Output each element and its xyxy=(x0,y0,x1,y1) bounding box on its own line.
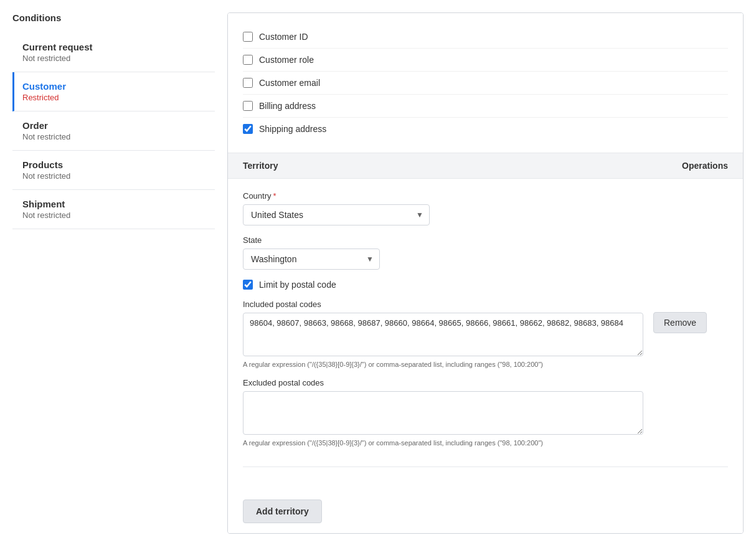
sidebar-item-name: Shipment xyxy=(22,199,205,209)
shipping-address-checkbox[interactable] xyxy=(243,124,253,134)
country-field-group: Country * United States Canada United Ki… xyxy=(243,191,728,225)
sidebar-item-name: Products xyxy=(22,159,205,170)
country-select-wrapper: United States Canada United Kingdom Aust… xyxy=(243,204,430,225)
right-panel: Customer ID Customer role Customer email… xyxy=(227,12,744,534)
territory-section: Territory Operations Country * United St… xyxy=(228,153,743,533)
state-select[interactable]: Washington California Texas New York Flo… xyxy=(243,249,380,270)
customer-id-label: Customer ID xyxy=(259,32,308,42)
sidebar-item-shipment[interactable]: Shipment Not restricted xyxy=(12,190,215,229)
operations-label: Operations xyxy=(682,161,728,171)
checkbox-row-billing-address: Billing address xyxy=(243,95,728,118)
excluded-postal-label: Excluded postal codes xyxy=(243,378,643,387)
checkboxes-section: Customer ID Customer role Customer email… xyxy=(228,13,743,153)
limit-by-postal-row: Limit by postal code xyxy=(243,280,728,290)
billing-address-checkbox[interactable] xyxy=(243,101,253,111)
sidebar-item-customer[interactable]: Customer Restricted xyxy=(12,72,215,111)
territory-body: Country * United States Canada United Ki… xyxy=(228,179,743,490)
add-territory-button[interactable]: Add territory xyxy=(243,500,322,523)
sidebar-item-products[interactable]: Products Not restricted xyxy=(12,151,215,190)
state-field-group: State Washington California Texas New Yo… xyxy=(243,235,728,270)
sidebar-item-name: Customer xyxy=(22,81,205,92)
excluded-postal-group: Excluded postal codes A regular expressi… xyxy=(243,378,643,447)
postal-codes-section: Included postal codes 98604, 98607, 9866… xyxy=(243,300,728,457)
shipping-address-label: Shipping address xyxy=(259,124,326,134)
checkbox-row-shipping-address: Shipping address xyxy=(243,118,728,140)
included-postal-group: Included postal codes 98604, 98607, 9866… xyxy=(243,300,643,368)
postal-codes-left: Included postal codes 98604, 98607, 9866… xyxy=(243,300,643,457)
customer-role-label: Customer role xyxy=(259,55,314,65)
sidebar-item-status: Restricted xyxy=(22,93,205,102)
territory-header: Territory Operations xyxy=(228,153,743,179)
included-postal-label: Included postal codes xyxy=(243,300,643,309)
excluded-postal-textarea[interactable] xyxy=(243,391,643,435)
sidebar-item-order[interactable]: Order Not restricted xyxy=(12,111,215,151)
customer-email-label: Customer email xyxy=(259,78,320,88)
customer-id-checkbox[interactable] xyxy=(243,32,253,42)
sidebar-item-status: Not restricted xyxy=(22,171,205,181)
sidebar-item-status: Not restricted xyxy=(22,54,205,63)
country-select[interactable]: United States Canada United Kingdom Aust… xyxy=(243,204,430,225)
postal-codes-right: Remove xyxy=(653,300,728,457)
sidebar-item-name: Current request xyxy=(22,42,205,52)
left-panel: Conditions Current request Not restricte… xyxy=(12,12,227,534)
billing-address-label: Billing address xyxy=(259,101,316,111)
excluded-postal-help: A regular expression ("/({35|38}[0-9]{3}… xyxy=(243,439,643,447)
customer-email-checkbox[interactable] xyxy=(243,78,253,88)
checkbox-row-customer-role: Customer role xyxy=(243,49,728,72)
remove-button[interactable]: Remove xyxy=(653,312,707,333)
sidebar-item-status: Not restricted xyxy=(22,132,205,141)
divider xyxy=(243,467,728,467)
limit-by-postal-checkbox[interactable] xyxy=(243,280,253,290)
checkbox-row-customer-email: Customer email xyxy=(243,72,728,95)
included-postal-help: A regular expression ("/({35|38}[0-9]{3}… xyxy=(243,361,643,368)
state-label: State xyxy=(243,235,728,245)
state-select-wrapper: Washington California Texas New York Flo… xyxy=(243,249,380,270)
checkbox-row-customer-id: Customer ID xyxy=(243,26,728,49)
customer-role-checkbox[interactable] xyxy=(243,55,253,65)
add-territory-section: Add territory xyxy=(228,490,743,533)
sidebar-item-name: Order xyxy=(22,120,205,131)
country-label: Country * xyxy=(243,191,728,201)
territory-header-label: Territory xyxy=(243,161,278,171)
sidebar-item-status: Not restricted xyxy=(22,211,205,220)
conditions-title: Conditions xyxy=(12,12,215,23)
required-star: * xyxy=(273,191,276,201)
sidebar-item-current-request[interactable]: Current request Not restricted xyxy=(12,33,215,72)
included-postal-textarea[interactable]: 98604, 98607, 98663, 98668, 98687, 98660… xyxy=(243,313,643,356)
limit-by-postal-label: Limit by postal code xyxy=(259,280,336,290)
